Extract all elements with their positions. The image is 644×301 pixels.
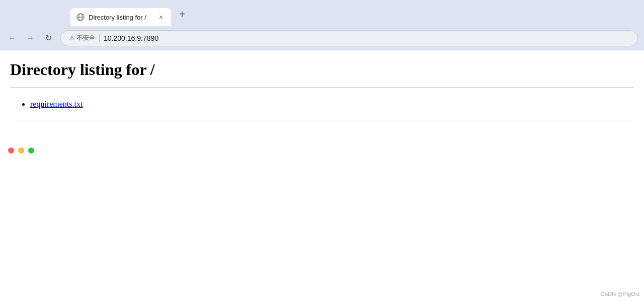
page-title: Directory listing for / — [10, 60, 634, 79]
refresh-button[interactable]: ↻ — [42, 32, 54, 44]
tab-title: Directory listing for / — [89, 14, 153, 21]
security-warning: ⚠ 不安全 — [69, 34, 95, 42]
browser-chrome: Directory listing for / × + ← → ↻ ⚠ 不安全 … — [0, 0, 644, 50]
file-link-requirements[interactable]: requirements.txt — [30, 100, 83, 108]
tab-close-button[interactable]: × — [157, 13, 165, 21]
page-content: Directory listing for / requirements.txt — [0, 50, 644, 301]
bottom-divider — [10, 121, 634, 121]
top-divider — [10, 87, 634, 88]
address-bar: ← → ↻ ⚠ 不安全 10.200.16.9:7890 — [0, 26, 644, 50]
forward-button[interactable]: → — [24, 32, 36, 44]
watermark: CSDN @PigOrz — [600, 291, 640, 297]
file-list: requirements.txt — [10, 92, 634, 117]
url-text: 10.200.16.9:7890 — [104, 34, 158, 42]
active-tab[interactable]: Directory listing for / × — [70, 8, 171, 26]
url-separator — [99, 34, 100, 42]
maximize-traffic-light[interactable] — [28, 147, 34, 154]
close-traffic-light[interactable] — [8, 147, 14, 154]
back-button[interactable]: ← — [6, 32, 18, 44]
list-item: requirements.txt — [30, 98, 634, 111]
traffic-lights — [8, 147, 34, 154]
new-tab-button[interactable]: + — [175, 7, 189, 21]
url-bar[interactable]: ⚠ 不安全 10.200.16.9:7890 — [60, 30, 638, 46]
tab-favicon-icon — [76, 13, 85, 21]
tab-bar: Directory listing for / × + — [0, 0, 644, 26]
warning-icon: ⚠ — [69, 34, 75, 42]
minimize-traffic-light[interactable] — [18, 147, 24, 154]
security-label: 不安全 — [77, 34, 95, 42]
